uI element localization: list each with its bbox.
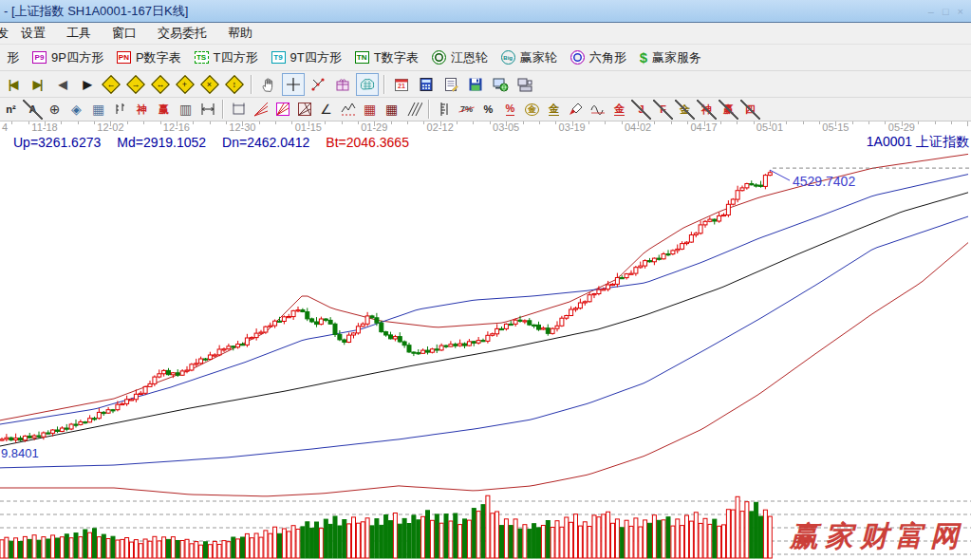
brush-tool[interactable]: [566, 100, 586, 120]
goto-end-button[interactable]: ▶|: [26, 73, 48, 96]
zoom-in-button[interactable]: +: [174, 73, 196, 96]
axis-tick: [291, 121, 292, 124]
gold-line-tool[interactable]: 金: [544, 100, 564, 120]
grid-9p-button-label: 9P四方形: [51, 49, 103, 66]
axis-tick: [143, 121, 144, 124]
step-forward-button[interactable]: ▶: [75, 73, 98, 96]
axis-tick: [671, 121, 672, 124]
zoom-vertical-button[interactable]: ↕: [223, 73, 246, 96]
mirror-a-tool[interactable]: A: [23, 100, 43, 120]
shen-angle-tool[interactable]: 神: [697, 100, 717, 120]
print-button[interactable]: [514, 73, 536, 96]
winner-service-button[interactable]: $赢家服务: [633, 47, 708, 69]
axis-tick: [457, 121, 457, 124]
boxtool-icon: [231, 101, 248, 118]
goto-start-button[interactable]: |◀: [1, 73, 24, 96]
p-number-button[interactable]: PNP数字表: [110, 47, 188, 69]
price-grid2-tool[interactable]: ▦: [382, 100, 401, 120]
axis-tick: [391, 121, 392, 124]
t-number-button[interactable]: TNT数字表: [348, 47, 425, 69]
goto-end-button-icon: ▶|: [33, 79, 42, 90]
menu-settings[interactable]: 设置: [10, 23, 56, 45]
price-grid-tool[interactable]: ▦: [360, 100, 380, 120]
mirror-a-tool-icon: A: [29, 104, 37, 115]
number-grid-tool-icon: ▥: [179, 103, 192, 116]
shape-partial-label[interactable]: 形: [0, 47, 26, 69]
menu-window[interactable]: 窗口: [102, 23, 147, 45]
fan-box-tool[interactable]: [272, 100, 292, 120]
axis-tick: [555, 121, 556, 124]
gold-angle-tool[interactable]: 金: [675, 100, 695, 120]
pan-right-button[interactable]: →: [124, 73, 147, 96]
percent7-tool[interactable]: 7%: [457, 100, 476, 120]
kline-chart-canvas[interactable]: 4529.74029.8401: [0, 150, 971, 560]
percent-line-tool[interactable]: %: [500, 100, 520, 120]
percent-tool[interactable]: %: [478, 100, 498, 120]
axis-tick: [45, 121, 46, 126]
kline-mark-tool[interactable]: [110, 100, 130, 120]
smart-analysis-button[interactable]: [356, 73, 379, 96]
gann-box-tool[interactable]: ▦: [88, 100, 108, 120]
zoom-horizontal-button[interactable]: ↔: [149, 73, 172, 96]
ying-angle-tool[interactable]: 赢: [719, 100, 738, 120]
pan-left-button[interactable]: ←: [100, 73, 122, 96]
grid-9t-button[interactable]: T99T四方形: [265, 47, 348, 69]
p-number-button-icon: PN: [117, 51, 131, 64]
step-back-button[interactable]: ◀: [50, 73, 73, 96]
hexagon-button[interactable]: 六角形: [564, 47, 633, 69]
t-grid-button[interactable]: TST四方形: [188, 47, 265, 69]
zoom-all-button[interactable]: ×: [198, 73, 221, 96]
ying-tool[interactable]: 赢: [154, 100, 174, 120]
wave-tool[interactable]: [588, 100, 607, 120]
menu-tools[interactable]: 工具: [56, 23, 102, 45]
maximize-button[interactable]: □: [943, 6, 949, 17]
chart-area[interactable]: 4529.74029.8401 赢家财富网: [0, 150, 971, 560]
crosshair-button[interactable]: [282, 73, 305, 96]
measure-tool-button[interactable]: [307, 73, 329, 96]
zigzag-tool[interactable]: [338, 100, 358, 120]
gold-circle-tool[interactable]: 金: [522, 100, 542, 120]
number-grid-tool[interactable]: ▥: [176, 100, 196, 120]
angle-line-tool[interactable]: ∠: [316, 100, 336, 120]
gann-circle-tool[interactable]: ⊕: [45, 100, 65, 120]
box-range-tool[interactable]: [229, 100, 249, 120]
titlebar[interactable]: - [上证指数 SH1A0001-167日K线] – □ ×: [0, 0, 971, 23]
axis-tick: [342, 121, 343, 124]
minimize-button[interactable]: –: [928, 6, 934, 17]
gann-fan-tool[interactable]: [251, 100, 271, 120]
gold-red-tool[interactable]: 金: [609, 100, 629, 120]
ruler-tool[interactable]: [435, 100, 455, 120]
save-button[interactable]: [464, 73, 487, 96]
parallel-line-tool[interactable]: [403, 100, 423, 120]
gift-tool-button[interactable]: [331, 73, 354, 96]
gann-star-tool[interactable]: ◈: [66, 100, 86, 120]
axis-tick: [605, 121, 606, 124]
fanbox-icon: [274, 101, 291, 118]
step-forward-button-icon: ▶: [83, 79, 89, 90]
menu-partial[interactable]: 发: [0, 23, 10, 45]
menu-trade[interactable]: 交易委托: [147, 23, 217, 45]
calculator-button[interactable]: [415, 73, 438, 96]
si-angle-tool[interactable]: 四: [740, 100, 760, 120]
calendar-button[interactable]: [390, 73, 413, 96]
toolbar-navigation: |◀▶|◀▶←→↔+×↕: [0, 71, 971, 98]
winner-wheel-button[interactable]: Big赢家轮: [495, 47, 564, 69]
notepad-button[interactable]: [439, 73, 462, 96]
close-button[interactable]: ×: [958, 6, 963, 17]
axis-tick: [160, 121, 161, 124]
menu-help[interactable]: 帮助: [217, 23, 263, 45]
span-measure-tool[interactable]: [197, 100, 217, 120]
f-angle-tool[interactable]: F: [653, 100, 673, 120]
web-service-button[interactable]: [489, 73, 512, 96]
t-number-button-label: T数字表: [374, 49, 419, 66]
shen-tool[interactable]: 神: [132, 100, 152, 120]
gann-wheel-button[interactable]: 江恩轮: [425, 47, 495, 69]
hand-tool-button[interactable]: [257, 73, 280, 96]
axis-tick: [967, 121, 968, 126]
n-square-tool[interactable]: n²: [1, 100, 21, 120]
grid-9p-button[interactable]: P99P四方形: [26, 47, 110, 69]
shape-partial-label-label: 形: [7, 49, 19, 66]
j-angle-tool[interactable]: J: [631, 100, 651, 120]
date-axis: 411-1812-0212-1612-3001-1501-2902-1203-0…: [0, 121, 971, 134]
fan-box2-tool[interactable]: [294, 100, 314, 120]
